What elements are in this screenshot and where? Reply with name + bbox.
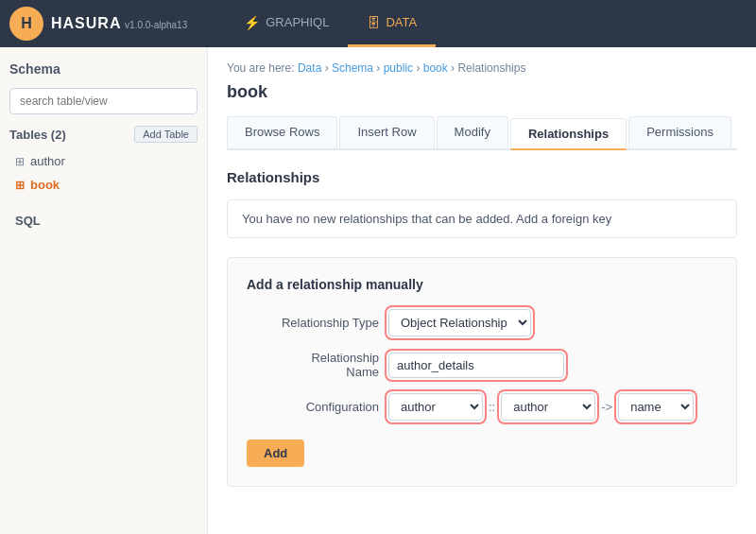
nav-tab-graphiql-label: GRAPHIQL (266, 15, 329, 29)
tables-count-label: Tables (2) (9, 128, 66, 142)
graphiql-icon: ⚡ (244, 15, 260, 30)
breadcrumb-public[interactable]: public (384, 61, 413, 75)
rel-type-row: Relationship Type Object Relationship Ar… (247, 309, 717, 336)
schema-title: Schema (9, 61, 198, 77)
config-label: Configuration (247, 400, 379, 414)
info-text: You have no new relationships that can b… (242, 212, 611, 226)
content-area: You are here: Data › Schema › public › b… (208, 47, 756, 534)
rel-name-input[interactable] (388, 353, 564, 378)
main-layout: Schema Tables (2) Add Table ⊞ author ⊞ b… (0, 47, 756, 534)
config-col-select[interactable]: name (618, 393, 694, 421)
breadcrumb-book[interactable]: book (423, 61, 448, 75)
config-arrow: -> (601, 400, 612, 414)
add-table-button[interactable]: Add Table (134, 126, 198, 143)
top-navigation: H HASURA v1.0.0-alpha13 ⚡ GRAPHIQL 🗄 DAT… (0, 0, 756, 47)
app-name: HASURA (51, 15, 121, 31)
nav-tab-data-label: DATA (386, 15, 417, 29)
nav-tab-graphiql[interactable]: ⚡ GRAPHIQL (225, 0, 348, 47)
sidebar-item-author-label: author (30, 154, 65, 168)
sidebar-item-book-label: book (30, 178, 60, 192)
sidebar-item-author[interactable]: ⊞ author (9, 150, 198, 172)
info-box: You have no new relationships that can b… (227, 199, 737, 238)
content-tabs: Browse Rows Insert Row Modify Relationsh… (227, 116, 737, 150)
tab-insert-row[interactable]: Insert Row (339, 116, 434, 148)
table-icon-author: ⊞ (15, 155, 25, 168)
manual-box-title: Add a relationship manually (247, 277, 717, 292)
breadcrumb-data[interactable]: Data (298, 61, 321, 75)
relationships-section-title: Relationships (227, 169, 737, 185)
sidebar-sql[interactable]: SQL (9, 210, 198, 232)
config-separator: :: (489, 400, 495, 414)
rel-name-label: RelationshipName (247, 351, 379, 379)
rel-name-row: RelationshipName (247, 351, 717, 379)
hasura-logo-icon: H (9, 7, 43, 41)
logo-area: H HASURA v1.0.0-alpha13 (9, 7, 187, 41)
rel-type-select[interactable]: Object Relationship Array Relationship (388, 309, 531, 336)
data-icon: 🗄 (367, 15, 380, 30)
sidebar: Schema Tables (2) Add Table ⊞ author ⊞ b… (0, 47, 208, 534)
add-relationship-button[interactable]: Add (247, 439, 304, 467)
tab-permissions[interactable]: Permissions (628, 116, 731, 148)
config-from-select[interactable]: author (388, 393, 483, 421)
breadcrumb: You are here: Data › Schema › public › b… (227, 61, 737, 75)
app-version: v1.0.0-alpha13 (125, 20, 187, 30)
tab-browse-rows[interactable]: Browse Rows (227, 116, 337, 148)
breadcrumb-current: Relationships (457, 61, 525, 75)
tab-modify[interactable]: Modify (437, 116, 508, 148)
config-row: Configuration author :: author -> name (247, 393, 717, 421)
config-to-select[interactable]: author (501, 393, 595, 421)
breadcrumb-schema[interactable]: Schema (332, 61, 373, 75)
tables-header: Tables (2) Add Table (9, 126, 198, 143)
tab-relationships[interactable]: Relationships (510, 118, 627, 150)
config-controls: author :: author -> name (388, 393, 694, 421)
nav-tab-data[interactable]: 🗄 DATA (348, 0, 436, 47)
search-input[interactable] (9, 88, 198, 114)
sidebar-item-book[interactable]: ⊞ book (9, 174, 198, 196)
nav-tabs: ⚡ GRAPHIQL 🗄 DATA (225, 0, 436, 47)
rel-type-label: Relationship Type (247, 316, 379, 330)
manual-relationship-box: Add a relationship manually Relationship… (227, 257, 737, 487)
page-title: book (227, 82, 737, 102)
table-icon-book: ⊞ (15, 179, 25, 192)
